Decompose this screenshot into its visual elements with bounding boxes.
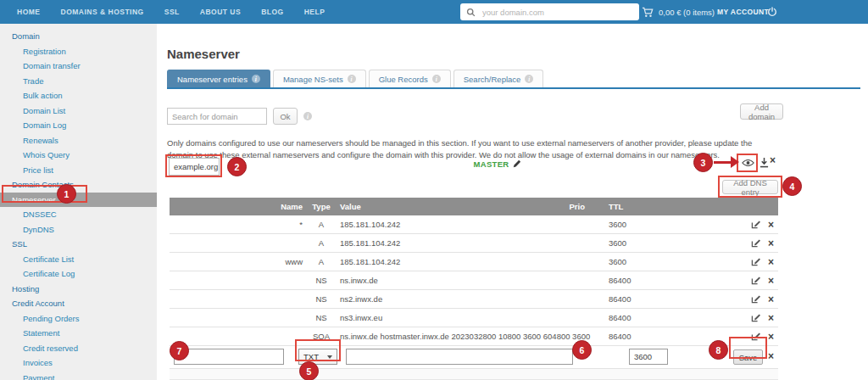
sidebar-item-domain-list[interactable]: Domain List	[0, 103, 157, 119]
info-icon: i	[303, 112, 312, 120]
tab-glue-records[interactable]: Glue Recordsi	[369, 70, 451, 87]
new-record-ttl-input[interactable]	[629, 349, 668, 365]
view-records-icon[interactable]	[742, 159, 754, 167]
edit-record-icon[interactable]	[751, 257, 760, 266]
edit-record-icon[interactable]	[751, 313, 760, 322]
ok-button[interactable]: Ok	[273, 108, 298, 125]
add-domain-button[interactable]: Add domain	[740, 103, 783, 120]
delete-record-icon[interactable]: ×	[768, 220, 774, 230]
domain-search-bar	[460, 3, 639, 20]
tab-search-replace[interactable]: Search/Replacei	[453, 70, 544, 87]
sidebar-item-credit-account[interactable]: Credit Account	[0, 296, 157, 311]
chevron-down-icon	[327, 355, 332, 359]
nav-item-help[interactable]: HELP	[294, 0, 336, 24]
cart-total: 0,00 € (0 items)	[659, 8, 715, 17]
dns-record-row: A185.181.104.2423600×	[170, 234, 778, 253]
download-zone-icon[interactable]	[760, 158, 769, 168]
record-type: NS	[303, 313, 340, 322]
record-value: ns3.inwx.eu	[340, 313, 547, 322]
nameserver-admin-page: HOMEDOMAINS & HOSTINGSSLABOUT USBLOGHELP…	[0, 0, 868, 380]
edit-record-icon[interactable]	[751, 332, 760, 341]
edit-record-icon[interactable]	[751, 238, 760, 248]
sidebar-item-ssl[interactable]: SSL	[0, 237, 157, 252]
sidebar-item-registration[interactable]: Registration	[0, 44, 157, 59]
column-header-ttl: TTL	[585, 202, 683, 211]
sidebar-item-bulk-action[interactable]: Bulk action	[0, 88, 157, 103]
delete-record-icon[interactable]: ×	[768, 294, 774, 305]
add-dns-entry-button[interactable]: Add DNS entry	[722, 180, 778, 194]
power-icon[interactable]	[767, 7, 777, 17]
search-domain-input[interactable]	[167, 108, 267, 125]
delete-record-icon[interactable]: ×	[768, 276, 774, 286]
new-record-row: TXT Save ×	[170, 346, 778, 369]
tab-manage-ns-sets[interactable]: Manage NS-setsi	[273, 70, 366, 87]
column-header-value: Value	[340, 202, 547, 211]
sidebar-item-certificate-list[interactable]: Certificate List	[0, 252, 157, 267]
save-button[interactable]: Save	[733, 349, 763, 365]
record-value: 185.181.104.242	[340, 220, 547, 229]
dns-record-row: SOAns.inwx.de hostmaster.inwx.de 2023032…	[170, 327, 778, 346]
sidebar-item-domain[interactable]: Domain	[0, 29, 157, 44]
record-type: NS	[303, 276, 340, 285]
info-icon: i	[348, 75, 356, 83]
record-name: www	[170, 257, 303, 266]
delete-record-icon[interactable]: ×	[768, 257, 774, 267]
delete-record-icon[interactable]: ×	[768, 238, 774, 249]
nav-item-blog[interactable]: BLOG	[251, 0, 294, 24]
sidebar-item-dnssec[interactable]: DNSSEC	[0, 207, 157, 222]
sidebar-item-hosting[interactable]: Hosting	[0, 282, 157, 297]
sidebar-item-payment[interactable]: Payment	[0, 371, 157, 380]
delete-record-icon[interactable]: ×	[768, 313, 774, 323]
sidebar-item-credit-reserved[interactable]: Credit reserved	[0, 341, 157, 356]
record-value: 185.181.104.242	[340, 257, 547, 266]
record-type: A	[303, 238, 340, 248]
sidebar-item-invoices[interactable]: Invoices	[0, 355, 157, 371]
nameserver-notice: Only domains configured to use our names…	[167, 137, 774, 161]
record-type: NS	[303, 294, 340, 304]
edit-status-icon[interactable]	[513, 159, 521, 168]
info-icon: i	[432, 75, 441, 83]
delete-record-icon[interactable]: ×	[768, 332, 774, 342]
navbar-menu: HOMEDOMAINS & HOSTINGSSLABOUT USBLOGHELP	[7, 0, 335, 24]
my-account-button[interactable]: MY ACCOUNT	[717, 0, 769, 24]
cancel-new-record-icon[interactable]: ×	[768, 351, 774, 361]
sidebar-item-statement[interactable]: Statement	[0, 326, 157, 341]
cart-button[interactable]: 0,00 € (0 items)	[642, 0, 715, 24]
sidebar-item-nameserver[interactable]: Nameserver	[0, 193, 157, 208]
domain-select[interactable]: example.org	[169, 158, 220, 176]
column-header-name: Name	[170, 202, 303, 211]
sidebar-item-domain-log[interactable]: Domain Log	[0, 118, 157, 133]
new-record-value-input[interactable]	[346, 349, 573, 365]
close-domain-icon[interactable]: ×	[770, 155, 776, 165]
edit-record-icon[interactable]	[751, 220, 760, 229]
record-ttl: 3600	[585, 257, 683, 266]
sidebar-item-whois-query[interactable]: Whois Query	[0, 148, 157, 163]
dns-record-row: NSns2.inwx.de86400×	[170, 290, 778, 309]
navbar-search-input[interactable]	[481, 7, 633, 18]
sidebar-item-dyndns[interactable]: DynDNS	[0, 222, 157, 238]
nav-item-domains-hosting[interactable]: DOMAINS & HOSTING	[51, 0, 154, 24]
nav-item-about-us[interactable]: ABOUT US	[190, 0, 251, 24]
record-type-select[interactable]: TXT	[298, 349, 337, 365]
sidebar-item-renewals[interactable]: Renewals	[0, 133, 157, 148]
tab-nameserver-entries[interactable]: Nameserver entriesi	[167, 70, 270, 87]
sidebar-item-certificate-log[interactable]: Certificate Log	[0, 266, 157, 282]
record-value: ns.inwx.de	[340, 276, 547, 285]
top-navbar: HOMEDOMAINS & HOSTINGSSLABOUT USBLOGHELP…	[0, 0, 868, 24]
record-name: *	[170, 220, 303, 229]
table-header-row: Name Type Value Prio TTL	[170, 198, 778, 215]
new-record-name-input[interactable]	[174, 349, 284, 365]
sidebar-item-domain-transfer[interactable]: Domain transfer	[0, 59, 157, 74]
column-header-prio: Prio	[547, 202, 585, 211]
edit-record-icon[interactable]	[751, 294, 760, 304]
sidebar-item-domain-contacts[interactable]: Domain Contacts	[0, 177, 157, 193]
dns-record-row: wwwA185.181.104.2423600×	[170, 253, 778, 271]
sidebar-item-price-list[interactable]: Price list	[0, 163, 157, 178]
nav-item-ssl[interactable]: SSL	[154, 0, 190, 24]
edit-record-icon[interactable]	[751, 276, 760, 285]
nav-item-home[interactable]: HOME	[7, 0, 51, 24]
sidebar-item-pending-orders[interactable]: Pending Orders	[0, 311, 157, 327]
info-icon: i	[252, 75, 260, 83]
record-value: ns2.inwx.de	[340, 294, 547, 304]
sidebar-item-trade[interactable]: Trade	[0, 74, 157, 89]
